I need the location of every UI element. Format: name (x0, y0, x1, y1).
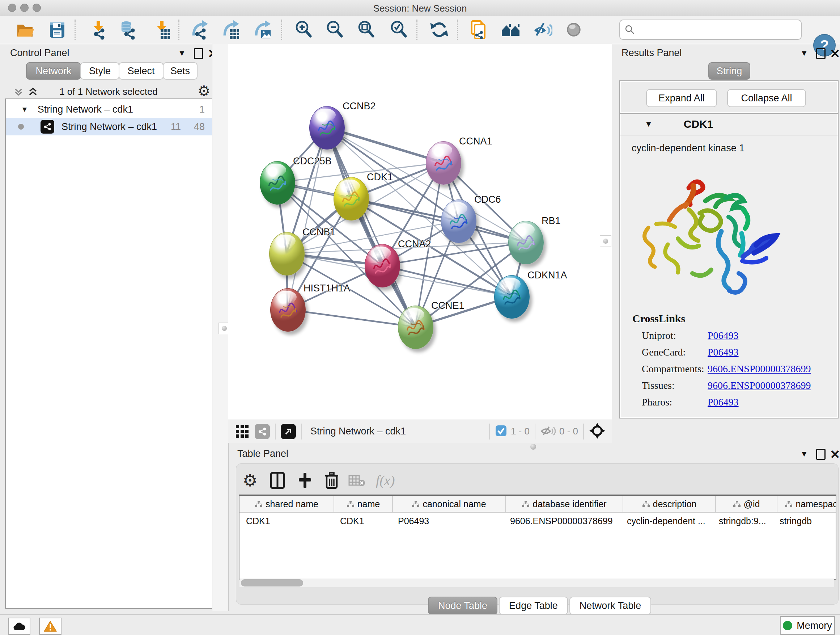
column-header-2[interactable]: canonical name (393, 496, 506, 512)
right-splitter-handle[interactable] (600, 235, 611, 247)
table-horizontal-scrollbar[interactable] (240, 578, 834, 587)
results-panel-collapse-icon[interactable]: ▼ (800, 49, 808, 58)
cell-0[interactable]: CDK1 (240, 513, 333, 529)
tab-select[interactable]: Select (118, 62, 164, 80)
warning-button[interactable] (39, 618, 62, 635)
tab-style[interactable]: Style (80, 62, 119, 80)
export-image-icon[interactable] (250, 18, 273, 41)
tab-network-table[interactable]: Network Table (569, 597, 652, 615)
save-session-icon[interactable] (46, 18, 69, 41)
tab-edge-table[interactable]: Edge Table (499, 597, 568, 615)
cell-2[interactable]: P06493 (392, 513, 504, 529)
cell-6[interactable]: stringdb (773, 513, 836, 529)
crosslink-link-4[interactable]: P06493 (707, 396, 739, 408)
table-panel-float-icon[interactable] (816, 449, 826, 460)
cloud-button[interactable] (8, 618, 30, 635)
hide-panel-icon[interactable] (531, 18, 554, 41)
network-type-icon (41, 120, 54, 134)
show-columns-icon[interactable] (267, 470, 288, 491)
memory-button[interactable]: Memory (780, 616, 835, 635)
export-table-icon[interactable] (219, 18, 242, 41)
network-node-CDC25B[interactable] (260, 161, 295, 204)
control-panel-collapse-icon[interactable]: ▼ (178, 49, 186, 58)
control-panel-float-icon[interactable] (194, 48, 203, 59)
import-database-icon[interactable] (117, 18, 140, 41)
import-network-icon[interactable] (87, 18, 110, 41)
network-options-gear-icon[interactable]: ⚙ (197, 82, 210, 99)
network-node-CDC6[interactable] (441, 200, 477, 243)
network-node-CDKN1A[interactable] (494, 275, 530, 318)
tab-network[interactable]: Network (26, 62, 81, 80)
protein-card-header[interactable]: ▼ CDK1 (620, 114, 838, 135)
table-panel-close-icon[interactable]: ✕ (830, 450, 840, 459)
zoom-selected-icon[interactable] (387, 18, 411, 41)
edge-CCNB2-CCNE1[interactable] (327, 127, 415, 327)
table-panel-collapse-icon[interactable]: ▼ (800, 449, 808, 459)
tab-sets[interactable]: Sets (163, 62, 197, 80)
open-in-window-icon[interactable] (281, 424, 296, 439)
results-panel-float-icon[interactable] (816, 48, 826, 59)
hidden-eye-icon[interactable] (540, 424, 556, 439)
selected-checkbox-icon[interactable] (495, 424, 507, 439)
node-table[interactable]: shared namenamecanonical namedatabase id… (239, 494, 836, 580)
network-node-CCNB2[interactable] (309, 106, 345, 149)
import-table-icon[interactable] (150, 18, 173, 41)
tab-string[interactable]: String (708, 62, 750, 80)
network-collection-row[interactable]: ▼ String Network – cdk1 1 (6, 101, 212, 118)
network-canvas[interactable]: CCNB2 CCNA1 CDC25B CDK1 CDC6 RB1CCNB1 (228, 44, 612, 420)
horizontal-splitter-handle[interactable] (531, 444, 536, 450)
column-header-5[interactable]: @id (716, 496, 777, 512)
crosslink-link-3[interactable]: 9606.ENSP00000378699 (707, 380, 811, 391)
search-input[interactable] (638, 24, 801, 36)
edge-CCNB2-HIST1H1A[interactable] (287, 127, 327, 310)
results-panel-close-icon[interactable]: ✕ (830, 49, 840, 58)
fit-selected-crosshair-icon[interactable] (589, 423, 606, 440)
refresh-icon[interactable] (428, 18, 451, 41)
column-header-4[interactable]: description (623, 496, 716, 512)
column-header-1[interactable]: name (334, 496, 393, 512)
open-file-icon[interactable] (14, 18, 37, 41)
crosslink-link-0[interactable]: P06493 (707, 330, 739, 341)
cell-1[interactable]: CDK1 (333, 513, 392, 529)
table-scrollbar-thumb[interactable] (241, 579, 303, 586)
eye-icon[interactable] (562, 18, 585, 41)
zoom-fit-icon[interactable] (355, 18, 378, 41)
network-row[interactable]: String Network – cdk1 11 48 (6, 118, 212, 135)
column-header-0[interactable]: shared name (240, 496, 334, 512)
function-builder-icon: f(x) (375, 470, 396, 491)
create-column-icon[interactable] (294, 470, 316, 491)
export-network-icon[interactable] (188, 18, 211, 41)
network-node-CCNE1[interactable] (398, 306, 433, 349)
birdseye-grid-icon[interactable] (235, 424, 249, 440)
edge-HIST1H1A-CCNE1[interactable] (287, 310, 415, 327)
crosslink-link-1[interactable]: P06493 (707, 347, 739, 358)
table-row[interactable]: CDK1CDK1P064939606.ENSP00000378699cyclin… (240, 513, 836, 529)
column-header-6[interactable]: namespace (777, 496, 836, 512)
network-node-CCNB1[interactable] (269, 232, 305, 276)
expand-all-networks-icon[interactable] (27, 86, 38, 98)
network-node-CCNA1[interactable] (426, 141, 461, 185)
cell-4[interactable]: cyclin-dependent ... (621, 513, 712, 529)
table-settings-gear-icon[interactable]: ⚙ (240, 470, 261, 491)
search-box[interactable] (619, 19, 802, 40)
zoom-in-icon[interactable] (292, 18, 316, 41)
delete-column-trash-icon[interactable] (321, 470, 342, 491)
column-header-3[interactable]: database identifier (506, 496, 623, 512)
session-home-icon[interactable] (500, 18, 523, 41)
network-node-HIST1H1A[interactable] (270, 288, 306, 332)
collapse-all-button[interactable]: Collapse All (727, 89, 806, 107)
network-node-CCNA2[interactable] (365, 244, 400, 287)
duplicate-network-icon[interactable] (467, 18, 490, 41)
tab-node-table[interactable]: Node Table (428, 597, 497, 615)
zoom-out-icon[interactable] (324, 18, 347, 41)
collection-expand-icon[interactable]: ▼ (21, 105, 28, 114)
expand-all-button[interactable]: Expand All (646, 89, 717, 107)
network-node-RB1[interactable] (508, 221, 544, 264)
cell-3[interactable]: 9606.ENSP00000378699 (504, 513, 621, 529)
network-share-icon[interactable] (255, 424, 270, 439)
crosslink-link-2[interactable]: 9606.ENSP00000378699 (707, 363, 811, 375)
protein-collapse-icon[interactable]: ▼ (645, 119, 653, 129)
network-node-CDK1[interactable] (333, 177, 369, 220)
collapse-all-networks-icon[interactable] (13, 86, 24, 98)
cell-5[interactable]: stringdb:9... (712, 513, 773, 529)
